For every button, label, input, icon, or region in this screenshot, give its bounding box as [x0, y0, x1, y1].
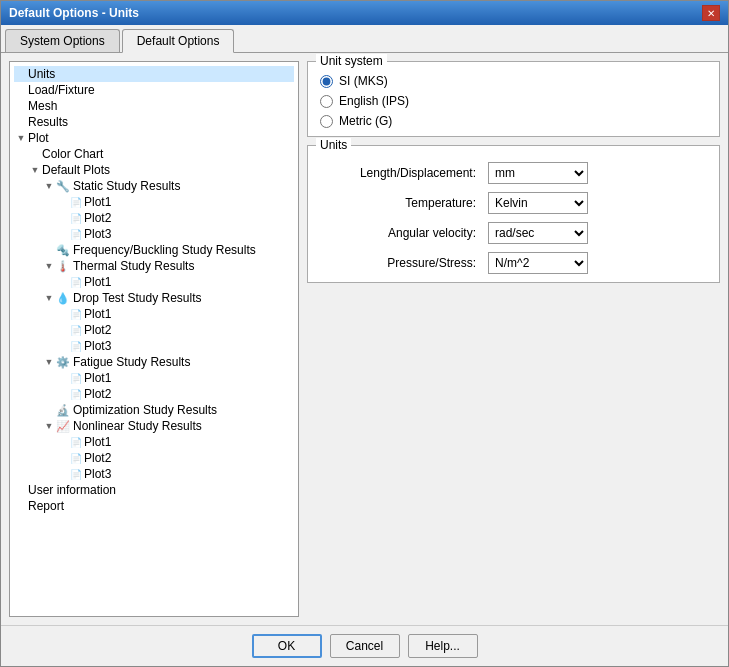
tree-item-drop-study[interactable]: ▼ 💧 Drop Test Study Results [14, 290, 294, 306]
expand-results [14, 115, 28, 129]
plot-icon-np1: 📄 [70, 437, 82, 448]
expand-opt [42, 403, 56, 417]
expand-mesh [14, 99, 28, 113]
expand-sp3 [56, 227, 70, 241]
units-label: Units [28, 67, 55, 81]
tree-item-units[interactable]: Units [14, 66, 294, 82]
expand-sp2 [56, 211, 70, 225]
cancel-button[interactable]: Cancel [330, 634, 400, 658]
radio-si-label: SI (MKS) [339, 74, 388, 88]
tree-item-fatigue-study[interactable]: ▼ ⚙️ Fatigue Study Results [14, 354, 294, 370]
expand-fatigue: ▼ [42, 355, 56, 369]
tree-item-load-fixture[interactable]: Load/Fixture [14, 82, 294, 98]
expand-freq [42, 243, 56, 257]
expand-plot: ▼ [14, 131, 28, 145]
drop-plot3-label: Plot3 [84, 339, 111, 353]
units-group: Units Length/Displacement: mm cm m in ft… [307, 145, 720, 283]
plot-icon-fp2: 📄 [70, 389, 82, 400]
tab-default-options[interactable]: Default Options [122, 29, 235, 53]
tree-item-freq-study[interactable]: 🔩 Frequency/Buckling Study Results [14, 242, 294, 258]
tree-item-fatigue-plot2[interactable]: 📄 Plot2 [14, 386, 294, 402]
expand-drop: ▼ [42, 291, 56, 305]
tree-item-default-plots[interactable]: ▼ Default Plots [14, 162, 294, 178]
tree-item-fatigue-plot1[interactable]: 📄 Plot1 [14, 370, 294, 386]
tree-item-report[interactable]: Report [14, 498, 294, 514]
tree-item-drop-plot2[interactable]: 📄 Plot2 [14, 322, 294, 338]
tree-item-static-plot2[interactable]: 📄 Plot2 [14, 210, 294, 226]
main-window: Default Options - Units ✕ System Options… [0, 0, 729, 667]
title-bar-buttons: ✕ [702, 5, 720, 21]
expand-fp2 [56, 387, 70, 401]
tree-item-color-chart[interactable]: Color Chart [14, 146, 294, 162]
tree-item-static-study[interactable]: ▼ 🔧 Static Study Results [14, 178, 294, 194]
angular-select[interactable]: rad/sec deg/sec RPM [488, 222, 588, 244]
expand-dp1 [56, 307, 70, 321]
tree-item-mesh[interactable]: Mesh [14, 98, 294, 114]
expand-static: ▼ [42, 179, 56, 193]
opt-study-icon: 🔬 [56, 404, 70, 417]
tree-item-thermal-study[interactable]: ▼ 🌡️ Thermal Study Results [14, 258, 294, 274]
units-group-title: Units [316, 138, 351, 152]
title-bar: Default Options - Units ✕ [1, 1, 728, 25]
static-study-label: Static Study Results [73, 179, 180, 193]
tab-system-options[interactable]: System Options [5, 29, 120, 52]
pressure-select[interactable]: N/m^2 N/mm^2 MPa GPa Pa psi [488, 252, 588, 274]
drop-study-label: Drop Test Study Results [73, 291, 202, 305]
tree-item-static-plot1[interactable]: 📄 Plot1 [14, 194, 294, 210]
radio-si-input[interactable] [320, 75, 333, 88]
fatigue-study-label: Fatigue Study Results [73, 355, 190, 369]
drop-study-icon: 💧 [56, 292, 70, 305]
optimization-study-label: Optimization Study Results [73, 403, 217, 417]
plot-icon-np3: 📄 [70, 469, 82, 480]
tree-item-optimization-study[interactable]: 🔬 Optimization Study Results [14, 402, 294, 418]
static-plot1-label: Plot1 [84, 195, 111, 209]
expand-np2 [56, 451, 70, 465]
freq-study-icon: 🔩 [56, 244, 70, 257]
thermal-study-label: Thermal Study Results [73, 259, 194, 273]
radio-si[interactable]: SI (MKS) [320, 74, 707, 88]
help-button[interactable]: Help... [408, 634, 478, 658]
plot-label: Plot [28, 131, 49, 145]
tree-item-nonlinear-plot2[interactable]: 📄 Plot2 [14, 450, 294, 466]
tree-item-results[interactable]: Results [14, 114, 294, 130]
close-button[interactable]: ✕ [702, 5, 720, 21]
bottom-bar: OK Cancel Help... [1, 625, 728, 666]
tree-item-drop-plot1[interactable]: 📄 Plot1 [14, 306, 294, 322]
tree-item-nonlinear-plot1[interactable]: 📄 Plot1 [14, 434, 294, 450]
expand-np1 [56, 435, 70, 449]
content-area: Units Load/Fixture Mesh Results ▼ Plot [1, 53, 728, 625]
expand-default-plots: ▼ [28, 163, 42, 177]
radio-english[interactable]: English (IPS) [320, 94, 707, 108]
plot-icon-sp3: 📄 [70, 229, 82, 240]
expand-np3 [56, 467, 70, 481]
nonlinear-plot1-label: Plot1 [84, 435, 111, 449]
plot-icon-np2: 📄 [70, 453, 82, 464]
nonlinear-plot2-label: Plot2 [84, 451, 111, 465]
tree-item-nonlinear-study[interactable]: ▼ 📈 Nonlinear Study Results [14, 418, 294, 434]
length-select[interactable]: mm cm m in ft [488, 162, 588, 184]
thermal-study-icon: 🌡️ [56, 260, 70, 273]
tree-item-nonlinear-plot3[interactable]: 📄 Plot3 [14, 466, 294, 482]
expand-load [14, 83, 28, 97]
radio-metric-input[interactable] [320, 115, 333, 128]
tree-item-drop-plot3[interactable]: 📄 Plot3 [14, 338, 294, 354]
right-panel: Unit system SI (MKS) English (IPS) Metri… [307, 61, 720, 617]
plot-icon-sp1: 📄 [70, 197, 82, 208]
tree-item-thermal-plot1[interactable]: 📄 Plot1 [14, 274, 294, 290]
static-plot3-label: Plot3 [84, 227, 111, 241]
user-info-label: User information [28, 483, 116, 497]
temp-select[interactable]: Kelvin Celsius Fahrenheit [488, 192, 588, 214]
tab-bar: System Options Default Options [1, 25, 728, 53]
tree-item-plot[interactable]: ▼ Plot [14, 130, 294, 146]
tree-item-user-info[interactable]: User information [14, 482, 294, 498]
expand-color-chart [28, 147, 42, 161]
expand-report [14, 499, 28, 513]
radio-english-input[interactable] [320, 95, 333, 108]
static-study-icon: 🔧 [56, 180, 70, 193]
radio-metric[interactable]: Metric (G) [320, 114, 707, 128]
unit-system-radio-group: SI (MKS) English (IPS) Metric (G) [320, 70, 707, 128]
tree-item-static-plot3[interactable]: 📄 Plot3 [14, 226, 294, 242]
units-form-grid: Length/Displacement: mm cm m in ft Tempe… [320, 154, 707, 274]
ok-button[interactable]: OK [252, 634, 322, 658]
drop-plot2-label: Plot2 [84, 323, 111, 337]
